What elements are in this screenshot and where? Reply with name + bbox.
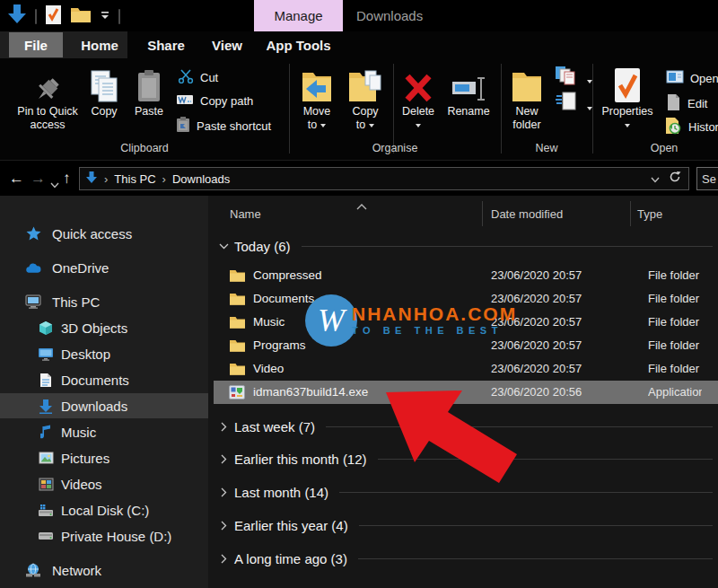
breadcrumb-this-pc[interactable]: This PC <box>114 172 155 186</box>
sidebar-item-3d-objects[interactable]: 3D Objects <box>0 315 208 340</box>
easy-access-button[interactable] <box>555 91 592 116</box>
file-row-video[interactable]: Video 23/06/2020 20:57 File folder <box>214 357 718 381</box>
sidebar-item-local-disk-c[interactable]: Local Disk (C:) <box>0 497 208 522</box>
pin-to-quick-access-button[interactable]: Pin to Quick access <box>12 64 83 132</box>
onedrive-icon <box>25 259 41 276</box>
cut-button[interactable]: Cut <box>178 69 218 86</box>
tab-share[interactable]: Share <box>135 31 197 58</box>
new-item-button[interactable] <box>555 66 592 89</box>
chevron-down-icon <box>217 243 230 250</box>
group-header-earlier-this-year[interactable]: Earlier this year (4) <box>217 514 713 536</box>
tab-view[interactable]: View <box>200 31 254 58</box>
breadcrumb-chevron: › <box>156 172 172 186</box>
back-button[interactable]: ← <box>9 161 24 197</box>
column-separator[interactable] <box>630 201 631 226</box>
chevron-right-icon <box>217 521 230 531</box>
copy-button[interactable]: Copy <box>83 64 126 118</box>
move-to-button[interactable]: Move to <box>296 64 337 132</box>
history-button[interactable]: History <box>664 116 718 138</box>
file-list-pane: Name Date modified Type Today (6) <box>208 196 718 588</box>
file-explorer-window: Manage Downloads File Home Share View Ap… <box>0 0 718 588</box>
rename-button[interactable]: Rename <box>442 64 495 118</box>
group-header-last-month[interactable]: Last month (14) <box>217 481 713 503</box>
delete-button[interactable]: Delete <box>395 64 442 132</box>
group-header-earlier-this-month[interactable]: Earlier this month (12) <box>217 448 713 470</box>
file-row-compressed[interactable]: Compressed 23/06/2020 20:57 File folder <box>214 264 718 287</box>
document-icon <box>38 372 54 388</box>
group-header-today[interactable]: Today (6) <box>217 235 713 257</box>
sidebar-item-music[interactable]: Music <box>0 419 208 444</box>
sidebar-item-network[interactable]: Network <box>0 557 208 583</box>
forward-button[interactable]: → <box>31 161 46 197</box>
title-bar: Manage Downloads <box>0 0 718 31</box>
ribbon-separator <box>289 64 290 154</box>
pictures-icon <box>38 450 54 466</box>
up-button[interactable]: ↑ <box>63 161 71 197</box>
quick-access-toolbar <box>7 4 120 28</box>
cut-icon <box>178 69 194 86</box>
breadcrumb-chevron: › <box>98 172 114 186</box>
open-button[interactable]: Open <box>666 70 718 86</box>
properties-icon <box>612 64 643 105</box>
sidebar-item-this-pc[interactable]: This PC <box>0 289 208 314</box>
group-header-last-week[interactable]: Last week (7) <box>217 416 713 437</box>
dropdown-caret <box>625 124 630 127</box>
tab-manage-label: Manage <box>274 8 322 23</box>
recent-locations-button[interactable] <box>50 176 59 192</box>
sidebar-item-documents[interactable]: Documents <box>0 367 208 392</box>
paste-shortcut-button[interactable]: Paste shortcut <box>176 117 271 136</box>
main-area: Quick access OneDrive This PC 3D Objects <box>0 196 718 588</box>
tab-home[interactable]: Home <box>74 31 126 58</box>
file-row-idman-exe-selected[interactable]: idman637build14.exe 23/06/2020 20:56 App… <box>214 381 718 404</box>
tab-file[interactable]: File <box>9 32 63 57</box>
group-header-a-long-time-ago[interactable]: A long time ago (3) <box>217 548 713 569</box>
this-pc-icon <box>25 294 41 310</box>
column-header-date-modified[interactable]: Date modified <box>491 207 563 221</box>
column-header-name[interactable]: Name <box>230 207 261 221</box>
new-folder-quick-button[interactable] <box>70 5 92 27</box>
column-separator[interactable] <box>482 201 483 226</box>
downloads-icon <box>38 398 54 414</box>
properties-button[interactable]: Properties <box>596 64 659 132</box>
ribbon-separator <box>393 64 394 154</box>
sort-ascending-icon <box>356 197 367 214</box>
cube-icon <box>38 320 54 336</box>
group-rule <box>302 246 713 247</box>
customize-toolbar-button[interactable] <box>100 8 110 24</box>
refresh-button[interactable] <box>669 171 681 187</box>
sidebar-item-videos[interactable]: Videos <box>0 471 208 496</box>
group-rule <box>378 459 713 460</box>
properties-quick-button[interactable] <box>45 4 62 29</box>
edit-button[interactable]: Edit <box>666 93 707 114</box>
address-bar[interactable]: › This PC › Downloads <box>79 167 689 190</box>
sidebar-item-pictures[interactable]: Pictures <box>0 445 208 470</box>
sidebar-item-desktop[interactable]: Desktop <box>0 341 208 366</box>
address-dropdown-button[interactable] <box>651 171 660 187</box>
search-input[interactable]: Se <box>696 167 718 190</box>
group-label-clipboard: Clipboard <box>0 142 289 154</box>
group-label-open: Open <box>592 142 718 154</box>
paste-button[interactable]: Paste <box>127 64 171 118</box>
copy-path-button[interactable]: Copy path <box>176 93 253 109</box>
sidebar-item-downloads[interactable]: Downloads <box>0 393 208 418</box>
copy-to-button[interactable]: Copy to <box>345 64 386 132</box>
local-disk-icon <box>38 502 54 518</box>
network-icon <box>25 562 41 578</box>
watermark-logo: W <box>305 294 357 347</box>
ribbon-separator <box>592 64 593 154</box>
sidebar-item-private-house-d[interactable]: Private House (D:) <box>0 523 208 549</box>
breadcrumb-downloads[interactable]: Downloads <box>172 172 230 186</box>
watermark: W NHANHOA.COM TO BE THE BEST <box>305 294 517 347</box>
column-header-type[interactable]: Type <box>637 207 662 221</box>
toolbar-separator <box>35 9 37 24</box>
copy-path-icon <box>176 93 194 109</box>
sidebar-item-onedrive[interactable]: OneDrive <box>0 255 208 280</box>
new-folder-button[interactable]: New folder <box>504 64 549 132</box>
tab-manage[interactable]: Manage <box>254 0 343 31</box>
dropdown-caret <box>369 124 374 127</box>
open-icon <box>666 70 684 86</box>
folder-icon <box>229 362 245 379</box>
edit-icon <box>666 93 681 114</box>
tab-app-tools[interactable]: App Tools <box>254 31 343 58</box>
sidebar-item-quick-access[interactable]: Quick access <box>0 221 208 246</box>
